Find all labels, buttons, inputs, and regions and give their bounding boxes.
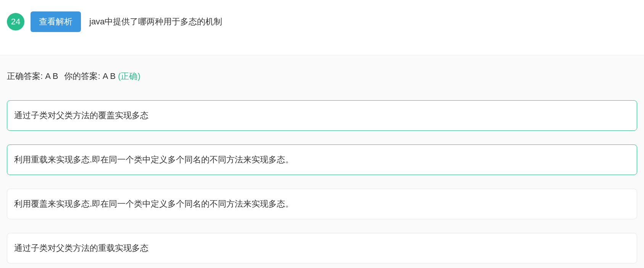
- view-analysis-button[interactable]: 查看解析: [31, 11, 81, 32]
- option-text: 利用重载来实现多态.即在同一个类中定义多个同名的不同方法来实现多态。: [14, 155, 294, 164]
- option-text: 通过子类对父类方法的覆盖实现多态: [14, 111, 148, 120]
- option-c[interactable]: 利用覆盖来实现多态.即在同一个类中定义多个同名的不同方法来实现多态。: [7, 189, 637, 219]
- question-number-badge: 24: [7, 13, 24, 30]
- your-answer-prefix: 你的答案:: [64, 71, 102, 81]
- option-text: 利用覆盖来实现多态.即在同一个类中定义多个同名的不同方法来实现多态。: [14, 199, 294, 209]
- option-d[interactable]: 通过子类对父类方法的重载实现多态: [7, 233, 637, 263]
- view-analysis-label: 查看解析: [39, 17, 73, 26]
- correct-answer-prefix: 正确答案:: [7, 71, 45, 81]
- answer-section: 正确答案: A B你的答案: A B (正确) 通过子类对父类方法的覆盖实现多态…: [0, 55, 644, 268]
- question-header: 24 查看解析 java中提供了哪两种用于多态的机制: [0, 0, 644, 55]
- correct-answer-value: A B: [45, 71, 58, 81]
- option-text: 通过子类对父类方法的重载实现多态: [14, 243, 148, 253]
- option-a[interactable]: 通过子类对父类方法的覆盖实现多态: [7, 100, 637, 131]
- option-b[interactable]: 利用重载来实现多态.即在同一个类中定义多个同名的不同方法来实现多态。: [7, 144, 637, 175]
- question-number-text: 24: [11, 17, 20, 27]
- question-text: java中提供了哪两种用于多态的机制: [89, 16, 222, 27]
- answer-summary: 正确答案: A B你的答案: A B (正确): [7, 71, 637, 82]
- your-answer-value: A B: [103, 71, 116, 81]
- answer-status-tag: (正确): [118, 71, 140, 81]
